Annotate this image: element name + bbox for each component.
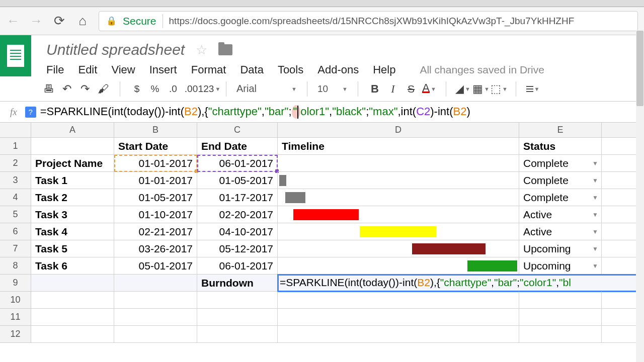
- cell[interactable]: 02-20-2017: [197, 206, 278, 223]
- menu-insert[interactable]: Insert: [149, 63, 177, 76]
- cell[interactable]: [31, 138, 114, 155]
- timeline-cell[interactable]: [278, 206, 519, 223]
- menu-format[interactable]: Format: [191, 63, 226, 76]
- row-number[interactable]: 7: [0, 240, 31, 257]
- timeline-cell[interactable]: [278, 155, 519, 172]
- italic-button[interactable]: I: [386, 82, 399, 96]
- cell[interactable]: 05-12-2017: [197, 240, 278, 257]
- status-cell[interactable]: Active▼: [519, 223, 602, 240]
- cell[interactable]: 03-26-2017: [114, 240, 197, 257]
- cell[interactable]: 01-01-2017: [114, 155, 197, 172]
- menu-addons[interactable]: Add-ons: [317, 63, 359, 76]
- cell[interactable]: 05-01-2017: [114, 257, 197, 275]
- row-number[interactable]: 1: [0, 138, 31, 155]
- status-cell[interactable]: Upcoming▼: [519, 240, 602, 257]
- col-header[interactable]: D: [278, 123, 519, 138]
- col-header[interactable]: A: [31, 123, 114, 138]
- col-header[interactable]: E: [519, 123, 602, 138]
- status-cell[interactable]: Active▼: [519, 206, 602, 223]
- row-number[interactable]: 10: [0, 292, 31, 309]
- star-icon[interactable]: ☆: [196, 42, 207, 58]
- cell[interactable]: [278, 326, 519, 343]
- status-cell[interactable]: Complete▼: [519, 189, 602, 206]
- bold-button[interactable]: B: [368, 82, 381, 96]
- row-number[interactable]: 3: [0, 172, 31, 189]
- currency-button[interactable]: $: [130, 82, 143, 96]
- undo-button[interactable]: ↶: [60, 82, 73, 96]
- cell[interactable]: [278, 309, 519, 326]
- menu-tools[interactable]: Tools: [278, 63, 303, 76]
- active-cell[interactable]: =SPARKLINE(int(today())-int(B2),{"chartt…: [278, 275, 642, 292]
- col-header[interactable]: C: [197, 123, 278, 138]
- borders-button[interactable]: ▦▼: [474, 82, 488, 96]
- cell[interactable]: Timeline: [278, 138, 519, 155]
- timeline-cell[interactable]: [278, 189, 519, 206]
- fill-color-button[interactable]: ◢▼: [456, 82, 469, 96]
- nav-reload-button[interactable]: ⟳: [52, 14, 66, 28]
- font-size-select[interactable]: 10▼: [317, 83, 348, 95]
- cell[interactable]: [114, 292, 197, 309]
- menu-edit[interactable]: Edit: [78, 63, 97, 76]
- cell[interactable]: Task 2: [31, 189, 114, 206]
- status-cell[interactable]: Complete▼: [519, 155, 602, 172]
- row-number[interactable]: 2: [0, 155, 31, 172]
- cell[interactable]: Status: [519, 138, 602, 155]
- menu-data[interactable]: Data: [240, 63, 263, 76]
- cell[interactable]: Task 4: [31, 223, 114, 240]
- dec-increase-button[interactable]: .00: [185, 82, 198, 96]
- menu-file[interactable]: File: [46, 63, 64, 76]
- col-header[interactable]: B: [114, 123, 197, 138]
- dropdown-arrow-icon[interactable]: ▼: [592, 177, 598, 184]
- scrollbar-thumb[interactable]: [636, 31, 643, 106]
- cell[interactable]: [31, 326, 114, 343]
- cell[interactable]: 04-10-2017: [197, 223, 278, 240]
- cell[interactable]: [31, 309, 114, 326]
- nav-forward-button[interactable]: →: [29, 14, 43, 28]
- cell[interactable]: Task 1: [31, 172, 114, 189]
- status-cell[interactable]: Upcoming▼: [519, 257, 602, 275]
- folder-icon[interactable]: [218, 44, 232, 55]
- more-formats-button[interactable]: 123▼: [203, 82, 216, 96]
- cell[interactable]: 01-05-2017: [114, 189, 197, 206]
- cell[interactable]: Task 6: [31, 257, 114, 275]
- vertical-scrollbar[interactable]: [636, 30, 644, 362]
- cell[interactable]: Task 5: [31, 240, 114, 257]
- merge-button[interactable]: ⬚▼: [493, 82, 506, 96]
- document-title[interactable]: Untitled spreadsheet: [46, 41, 185, 58]
- status-cell[interactable]: Complete▼: [519, 172, 602, 189]
- cell[interactable]: [114, 309, 197, 326]
- row-number[interactable]: 9: [0, 275, 31, 292]
- select-all-cell[interactable]: [0, 123, 31, 138]
- cell[interactable]: 01-10-2017: [114, 206, 197, 223]
- dec-decrease-button[interactable]: .0: [167, 82, 180, 96]
- timeline-cell[interactable]: [278, 240, 519, 257]
- row-number[interactable]: 8: [0, 257, 31, 275]
- cell[interactable]: 01-17-2017: [197, 189, 278, 206]
- row-number[interactable]: 4: [0, 189, 31, 206]
- cell[interactable]: 06-01-2017: [197, 257, 278, 275]
- dropdown-arrow-icon[interactable]: ▼: [592, 262, 598, 269]
- timeline-cell[interactable]: [278, 172, 519, 189]
- text-color-button[interactable]: A▼: [423, 82, 436, 96]
- cell[interactable]: Start Date: [114, 138, 197, 155]
- cell[interactable]: [278, 292, 519, 309]
- dropdown-arrow-icon[interactable]: ▼: [592, 245, 598, 252]
- formula-bar[interactable]: fx ? =SPARKLINE(int(today())-int(B2),{"c…: [0, 102, 644, 123]
- cell[interactable]: [197, 292, 278, 309]
- cell[interactable]: [197, 326, 278, 343]
- redo-button[interactable]: ↷: [78, 82, 92, 96]
- row-number[interactable]: 6: [0, 223, 31, 240]
- cell[interactable]: [31, 292, 114, 309]
- sheets-logo[interactable]: [0, 35, 31, 76]
- timeline-cell[interactable]: [278, 257, 519, 275]
- cell[interactable]: Burndown: [197, 275, 278, 292]
- menu-view[interactable]: View: [111, 63, 135, 76]
- row-number[interactable]: 12: [0, 326, 31, 343]
- strike-button[interactable]: S: [405, 82, 418, 96]
- cell[interactable]: [114, 326, 197, 343]
- cell[interactable]: [519, 309, 602, 326]
- nav-home-button[interactable]: ⌂: [75, 14, 90, 28]
- cell[interactable]: 01-05-2017: [197, 172, 278, 189]
- timeline-cell[interactable]: [278, 223, 519, 240]
- paint-format-button[interactable]: 🖌: [97, 82, 110, 96]
